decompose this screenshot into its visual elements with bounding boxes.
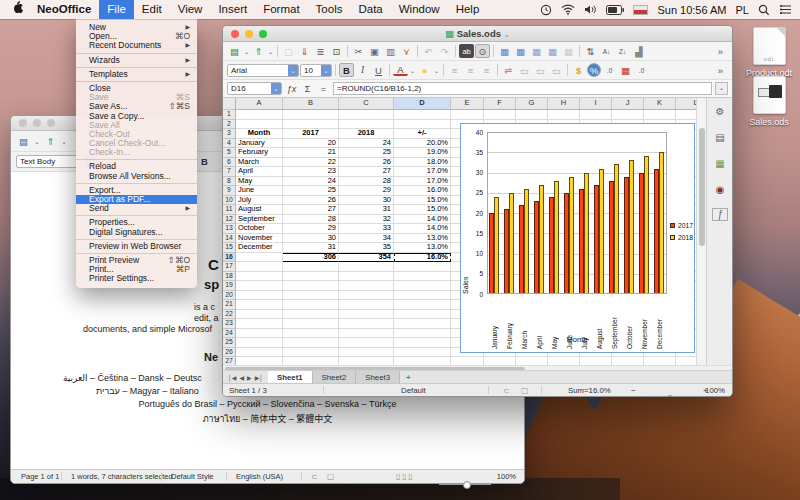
vertical-scrollbar[interactable] bbox=[696, 98, 706, 365]
cell-B5[interactable]: 21 bbox=[283, 148, 339, 158]
row-header-1[interactable]: 1 bbox=[223, 110, 236, 120]
prev-sheet-icon[interactable]: ◀ bbox=[239, 374, 244, 381]
sidebar-page-icon[interactable]: ▤ bbox=[712, 130, 728, 145]
menu-view[interactable]: View bbox=[170, 0, 211, 19]
percent-format-icon[interactable]: % bbox=[587, 63, 601, 77]
cell-D3[interactable]: +/- bbox=[394, 129, 451, 139]
find-replace-icon[interactable]: ab bbox=[459, 44, 474, 58]
font-size-select[interactable]: 10 ⌄ bbox=[300, 64, 332, 77]
merge-center-icon[interactable]: ▭ bbox=[533, 63, 548, 77]
cell-C11[interactable]: 31 bbox=[339, 205, 394, 215]
col-header-A[interactable]: A bbox=[236, 98, 283, 110]
cell-B23[interactable] bbox=[283, 319, 339, 329]
cell-H27[interactable] bbox=[548, 357, 580, 365]
toolbar-overflow-icon[interactable]: » bbox=[713, 44, 728, 58]
cell-B24[interactable] bbox=[283, 329, 339, 339]
row-header-14[interactable]: 14 bbox=[223, 234, 236, 244]
row-header-13[interactable]: 13 bbox=[223, 224, 236, 234]
cell-C2[interactable] bbox=[339, 120, 394, 130]
cell-C4[interactable]: 24 bbox=[339, 139, 394, 149]
cell-F27[interactable] bbox=[484, 357, 516, 365]
next-sheet-icon[interactable]: ▶ bbox=[247, 374, 252, 381]
sort-descending-icon[interactable]: Z↓ bbox=[615, 44, 630, 58]
col-header-C[interactable]: C bbox=[339, 98, 394, 110]
time-machine-icon[interactable] bbox=[540, 4, 552, 16]
clone-formatting-icon[interactable]: ⋎ bbox=[399, 44, 414, 58]
row-header-23[interactable]: 23 bbox=[223, 319, 236, 329]
menu-file[interactable]: File bbox=[99, 0, 134, 19]
cell-B22[interactable] bbox=[283, 310, 339, 320]
cell-D22[interactable] bbox=[394, 310, 451, 320]
cell-J1[interactable] bbox=[612, 110, 644, 120]
cell-A15[interactable]: December bbox=[236, 243, 283, 253]
date-format-icon[interactable]: ▦ bbox=[618, 63, 633, 77]
sheet-tab-sheet2[interactable]: Sheet2 bbox=[313, 371, 357, 383]
cell-A5[interactable]: February bbox=[236, 148, 283, 158]
cell-B17[interactable] bbox=[283, 262, 339, 272]
cell-A25[interactable] bbox=[236, 338, 283, 348]
sort-icon[interactable]: ⇅ bbox=[583, 44, 598, 58]
cell-B3[interactable]: 2017 bbox=[283, 129, 339, 139]
wrap-text-icon[interactable]: ⇌ bbox=[501, 63, 516, 77]
cell-C5[interactable]: 25 bbox=[339, 148, 394, 158]
cell-B14[interactable]: 30 bbox=[283, 234, 339, 244]
underline-icon[interactable]: U bbox=[371, 63, 386, 77]
cell-D18[interactable] bbox=[394, 272, 451, 282]
input-source-flag-icon[interactable] bbox=[633, 5, 648, 15]
cell-C19[interactable] bbox=[339, 281, 394, 291]
cell-C8[interactable]: 28 bbox=[339, 177, 394, 187]
text-language[interactable]: English (USA) bbox=[236, 470, 283, 484]
cell-D25[interactable] bbox=[394, 338, 451, 348]
select-all-corner[interactable] bbox=[223, 98, 236, 110]
cell-B9[interactable]: 25 bbox=[283, 186, 339, 196]
copy-icon[interactable]: ▣ bbox=[367, 44, 382, 58]
cut-icon[interactable]: ✂ bbox=[351, 44, 366, 58]
col-header-H[interactable]: H bbox=[548, 98, 580, 110]
export-pdf-icon[interactable]: ⇓ bbox=[297, 44, 312, 58]
cell-A17[interactable] bbox=[236, 262, 283, 272]
sheet-tab-sheet3[interactable]: Sheet3 bbox=[356, 371, 400, 383]
col-header-L[interactable]: L bbox=[676, 98, 696, 110]
zoom-slider[interactable] bbox=[641, 390, 699, 397]
horizontal-scrollbar[interactable] bbox=[223, 365, 732, 370]
cell-D23[interactable] bbox=[394, 319, 451, 329]
cell-K1[interactable] bbox=[644, 110, 676, 120]
cell-G27[interactable] bbox=[516, 357, 548, 365]
cell-C6[interactable]: 26 bbox=[339, 158, 394, 168]
cell-B16[interactable]: 306 bbox=[283, 253, 339, 263]
cell-D14[interactable]: 13.0% bbox=[394, 234, 451, 244]
page-style[interactable]: Default bbox=[401, 384, 426, 397]
align-right-icon[interactable]: ≡ bbox=[479, 63, 494, 77]
cell-D20[interactable] bbox=[394, 291, 451, 301]
menu-neooffice[interactable]: NeoOffice bbox=[29, 0, 99, 19]
scrollbar-thumb[interactable] bbox=[225, 367, 525, 370]
calc-window[interactable]: ▦ Sales.ods ⌄ ▤ ⌄ ⇑ ⌄ ▢ ⇓ ≣ ⊡ ✂ ▣ ▥ ⋎ ↶ … bbox=[222, 25, 733, 397]
row-header-7[interactable]: 7 bbox=[223, 167, 236, 177]
cell-C10[interactable]: 30 bbox=[339, 196, 394, 206]
cell-L27[interactable] bbox=[676, 357, 696, 365]
name-box[interactable]: D16 ⌄ bbox=[227, 82, 282, 95]
cell-D12[interactable]: 14.0% bbox=[394, 215, 451, 225]
spotlight-search-icon[interactable] bbox=[758, 4, 770, 16]
cell-B27[interactable] bbox=[283, 357, 339, 365]
cell-B20[interactable] bbox=[283, 291, 339, 301]
cell-A24[interactable] bbox=[236, 329, 283, 339]
currency-format-icon[interactable]: $ bbox=[571, 63, 586, 77]
cell-H1[interactable] bbox=[548, 110, 580, 120]
function-wizard-icon[interactable]: ƒx bbox=[285, 84, 298, 94]
cell-A8[interactable]: May bbox=[236, 177, 283, 187]
chevron-down-icon[interactable]: ⌄ bbox=[321, 65, 331, 76]
row-header-26[interactable]: 26 bbox=[223, 348, 236, 358]
cell-A2[interactable] bbox=[236, 120, 283, 130]
sidebar-functions-icon[interactable]: ƒ bbox=[712, 208, 728, 221]
zoom-level[interactable]: 100% bbox=[705, 384, 725, 397]
cell-K27[interactable] bbox=[644, 357, 676, 365]
row-header-17[interactable]: 17 bbox=[223, 262, 236, 272]
cell-C17[interactable] bbox=[339, 262, 394, 272]
cell-A6[interactable]: March bbox=[236, 158, 283, 168]
print-preview-icon[interactable]: ⊡ bbox=[329, 44, 344, 58]
cell-A9[interactable]: June bbox=[236, 186, 283, 196]
font-color-icon[interactable]: A bbox=[393, 64, 408, 76]
col-header-G[interactable]: G bbox=[516, 98, 548, 110]
cell-A22[interactable] bbox=[236, 310, 283, 320]
